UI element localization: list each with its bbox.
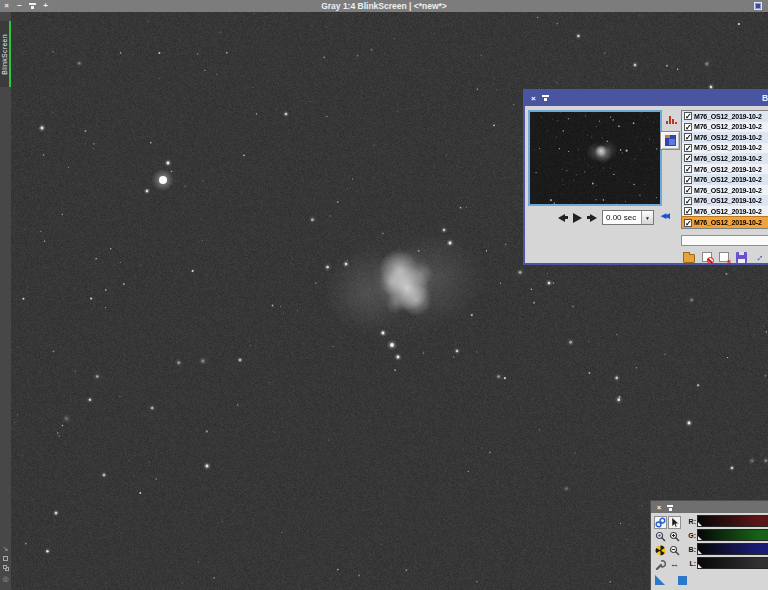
- window-titlebar[interactable]: × − + Gray 1:4 BlinkScreen | <*new*>: [0, 0, 768, 12]
- magnifier-minus-icon: [669, 545, 680, 556]
- save-button floppy-icon[interactable]: [736, 252, 747, 263]
- blink-file-row[interactable]: ✓M76_OS12_2019-10-2: [682, 111, 768, 122]
- collapse-arrows-icon[interactable]: ◀◀: [661, 212, 668, 220]
- file-label: M76_OS12_2019-10-2: [694, 208, 762, 215]
- blink-file-row[interactable]: ✓M76_OS12_2019-10-2: [682, 216, 768, 228]
- sidebar-tools: ↘ ◎: [0, 545, 11, 582]
- close-x-icon: ×: [727, 258, 731, 265]
- file-label: M76_OS12_2019-10-2: [694, 155, 762, 162]
- highlights-clip-indicator[interactable]: [678, 576, 687, 585]
- view-tab-label: BlinkScreen: [1, 34, 8, 75]
- file-checkbox[interactable]: ✓: [684, 123, 692, 131]
- delay-value: 0.00 sec: [603, 211, 641, 224]
- no-entry-icon: [707, 257, 714, 264]
- stf-channel-bar[interactable]: [697, 515, 768, 527]
- file-label: M76_OS12_2019-10-2: [694, 176, 762, 183]
- file-label: M76_OS12_2019-10-2: [694, 219, 762, 226]
- stf-channel-bar[interactable]: [697, 543, 768, 555]
- blink-file-row[interactable]: ✓M76_OS12_2019-10-2: [682, 185, 768, 196]
- file-checkbox[interactable]: ✓: [684, 219, 692, 227]
- blink-panel-title: Blink: [762, 93, 768, 103]
- blink-file-row[interactable]: ✓M76_OS12_2019-10-2: [682, 164, 768, 175]
- file-label: M76_OS12_2019-10-2: [694, 123, 762, 130]
- blink-file-row[interactable]: ✓M76_OS12_2019-10-2: [682, 143, 768, 154]
- blink-file-row[interactable]: ✓M76_OS12_2019-10-2: [682, 174, 768, 185]
- file-checkbox[interactable]: ✓: [684, 133, 692, 141]
- blink-file-row[interactable]: ✓M76_OS12_2019-10-2: [682, 153, 768, 164]
- selection-frame-icon[interactable]: [3, 556, 8, 561]
- link-icon: [655, 517, 666, 528]
- view-sidebar: BlinkScreen ↘ ◎: [0, 12, 11, 590]
- setup-button[interactable]: [654, 558, 667, 571]
- blink-file-list[interactable]: ✓M76_OS12_2019-10-2✓M76_OS12_2019-10-2✓M…: [681, 110, 768, 229]
- stf-panel-titlebar[interactable]: ×: [651, 501, 768, 513]
- corner-arrow-icon[interactable]: ↘: [3, 545, 9, 552]
- shadows-clip-indicator[interactable]: [655, 575, 665, 585]
- close-selected-button[interactable]: [702, 252, 712, 262]
- file-checkbox[interactable]: ✓: [684, 165, 692, 173]
- blink-panel-titlebar[interactable]: × Blink: [525, 91, 768, 106]
- blink-panel: × Blink 0.00 sec ▼ ◀◀ ✓M76_OS12_2019-: [523, 89, 768, 265]
- stf-channel-label: G:: [685, 532, 696, 539]
- chevron-down-icon: ▼: [645, 215, 650, 221]
- shade-icon[interactable]: [667, 504, 673, 511]
- open-files-button folder-icon[interactable]: [683, 254, 695, 263]
- window-title: Gray 1:4 BlinkScreen | <*new*>: [0, 0, 768, 12]
- close-icon[interactable]: ×: [531, 95, 536, 103]
- file-checkbox[interactable]: ✓: [684, 154, 692, 162]
- dropdown-button[interactable]: ▼: [641, 211, 653, 224]
- window-mode-icon[interactable]: [754, 2, 762, 10]
- file-checkbox[interactable]: ✓: [684, 197, 692, 205]
- delay-combobox[interactable]: 0.00 sec ▼: [602, 210, 654, 225]
- zoom-in-button[interactable]: [668, 530, 681, 543]
- stf-channel-row: G:: [685, 529, 768, 541]
- file-checkbox[interactable]: ✓: [684, 186, 692, 194]
- blink-file-row[interactable]: ✓M76_OS12_2019-10-2: [682, 132, 768, 143]
- close-all-button[interactable]: ×: [719, 252, 729, 262]
- file-checkbox[interactable]: ✓: [684, 207, 692, 215]
- file-label: M76_OS12_2019-10-2: [694, 197, 762, 204]
- file-checkbox[interactable]: ✓: [684, 176, 692, 184]
- file-checkbox[interactable]: ✓: [684, 112, 692, 120]
- stf-channel-bar[interactable]: [697, 557, 768, 569]
- target-icon[interactable]: ◎: [2, 575, 8, 582]
- blink-file-row[interactable]: ✓M76_OS12_2019-10-2: [682, 122, 768, 133]
- pan-button[interactable]: ↔: [668, 558, 681, 571]
- close-icon[interactable]: ×: [657, 504, 661, 511]
- next-frame-button[interactable]: [587, 214, 597, 222]
- copy-view-icon[interactable]: [3, 565, 7, 569]
- stf-channel-bar[interactable]: [697, 529, 768, 541]
- blink-preview[interactable]: [528, 110, 662, 206]
- h-arrow-icon: ↔: [670, 560, 679, 569]
- view-tab-blinkscreen[interactable]: BlinkScreen: [0, 21, 11, 87]
- autostretch-button[interactable]: [654, 544, 667, 557]
- zoom-track-button[interactable]: [654, 530, 667, 543]
- histogram-icon: [666, 121, 668, 124]
- screen-stretch-button[interactable]: [660, 131, 680, 150]
- play-button[interactable]: [573, 213, 582, 223]
- radiation-icon: [655, 545, 666, 556]
- file-label: M76_OS12_2019-10-2: [694, 166, 762, 173]
- file-label: M76_OS12_2019-10-2: [694, 113, 762, 120]
- magnifier-plus-icon: [669, 531, 680, 542]
- stf-channel-row: R:: [685, 515, 768, 527]
- pixinsight-window: × − + Gray 1:4 BlinkScreen | <*new*> Bli…: [0, 0, 768, 590]
- zoom-out-button[interactable]: [668, 544, 681, 557]
- blink-status-field[interactable]: [681, 235, 768, 246]
- shade-icon[interactable]: [542, 95, 549, 103]
- file-checkbox[interactable]: ✓: [684, 144, 692, 152]
- link-rgb-button[interactable]: [654, 516, 667, 529]
- stf-channel-row: L:: [685, 557, 768, 569]
- stf-channel-label: R:: [685, 518, 696, 525]
- histogram-button[interactable]: [663, 113, 679, 126]
- edit-mode-button[interactable]: [668, 516, 681, 529]
- wrench-icon: [655, 559, 666, 570]
- blink-toolbar: × ↔: [683, 250, 764, 264]
- blink-transport-controls: 0.00 sec ▼: [558, 210, 654, 225]
- previous-frame-button[interactable]: [558, 214, 568, 222]
- blink-preview-image: [530, 112, 660, 204]
- blink-file-row[interactable]: ✓M76_OS12_2019-10-2: [682, 195, 768, 206]
- stf-clip-indicators: [655, 575, 687, 585]
- crop-move-button[interactable]: ↔: [752, 250, 766, 264]
- blink-file-row[interactable]: ✓M76_OS12_2019-10-2: [682, 206, 768, 217]
